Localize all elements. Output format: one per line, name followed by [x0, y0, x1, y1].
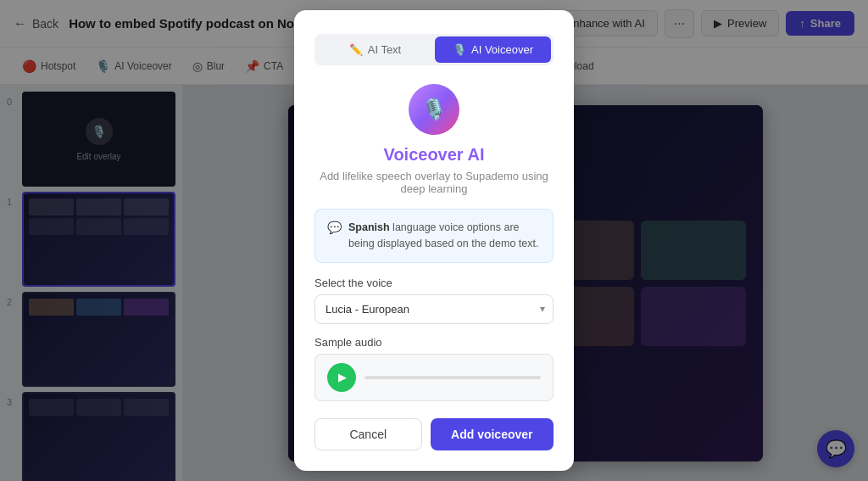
select-voice-label: Select the voice: [314, 277, 392, 289]
voice-select[interactable]: Lucia - European Carlos - European Sofia…: [314, 294, 554, 324]
ai-voiceover-tab[interactable]: 🎙️ AI Voiceover: [435, 36, 551, 63]
modal-actions: Cancel Add voiceover: [314, 418, 554, 450]
modal-title: Voiceover AI: [384, 145, 485, 165]
modal-tabs: ✏️ AI Text 🎙️ AI Voiceover: [314, 34, 554, 65]
audio-progress-bar[interactable]: [364, 376, 541, 379]
modal: ✏️ AI Text 🎙️ AI Voiceover 🎙️ Voiceover …: [294, 10, 574, 471]
ai-text-tab-label: AI Text: [368, 43, 402, 56]
add-voiceover-button[interactable]: Add voiceover: [431, 418, 554, 450]
info-icon: 💬: [327, 221, 342, 234]
voice-select-wrap: Lucia - European Carlos - European Sofia…: [314, 294, 554, 324]
info-text: Spanish language voice options are being…: [348, 220, 541, 252]
ai-text-tab-icon: ✏️: [349, 43, 363, 56]
voice-icon-circle: 🎙️: [409, 84, 459, 135]
modal-subtitle: Add lifelike speech overlay to Supademo …: [314, 170, 554, 195]
ai-text-tab[interactable]: ✏️ AI Text: [317, 36, 433, 63]
mic-icon: 🎙️: [421, 98, 447, 121]
audio-label: Sample audio: [314, 336, 382, 349]
play-icon: ▶: [338, 371, 347, 383]
modal-overlay: ✏️ AI Text 🎙️ AI Voiceover 🎙️ Voiceover …: [0, 0, 868, 481]
info-box: 💬 Spanish language voice options are bei…: [314, 209, 554, 263]
cancel-button[interactable]: Cancel: [314, 418, 422, 450]
ai-voiceover-tab-icon: 🎙️: [453, 43, 466, 56]
audio-player: ▶: [314, 354, 554, 401]
info-text-bold: Spanish: [348, 221, 390, 233]
ai-voiceover-tab-label: AI Voiceover: [471, 43, 533, 56]
play-button[interactable]: ▶: [327, 363, 356, 392]
